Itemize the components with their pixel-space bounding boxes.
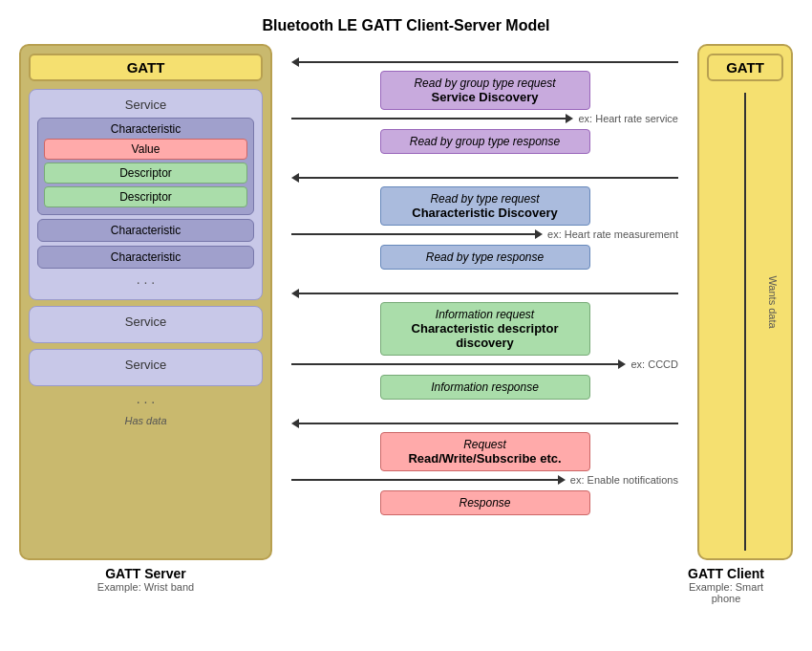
request-arrow-3 — [291, 285, 678, 302]
request-arrow-2 — [291, 169, 678, 186]
line-2r — [291, 233, 535, 235]
service-discovery-box: Read by group type request Service Disco… — [380, 71, 590, 110]
service-2-box: Service — [29, 306, 263, 343]
arrowhead-left-3 — [291, 289, 299, 298]
client-vertical-line — [744, 93, 746, 551]
arrowhead-left-4 — [291, 419, 299, 428]
arrowhead-right-2 — [535, 229, 543, 239]
gatt-client-box: GATT Wants data — [697, 44, 793, 560]
service-discovery-group: Read by group type request Service Disco… — [291, 54, 678, 154]
response-row-4: ex: Enable notifications — [291, 471, 678, 488]
example-4: ex: Enable notifications — [570, 474, 678, 486]
service-discovery-main: Service Discovery — [389, 90, 582, 104]
line-4r — [291, 479, 558, 481]
bottom-labels: GATT Server Example: Wrist band GATT Cli… — [0, 560, 812, 604]
arrowhead-left-2 — [291, 173, 299, 183]
descriptor-discovery-group: Information request Characteristic descr… — [291, 285, 678, 400]
line-3 — [299, 293, 678, 294]
service-discovery-response: Read by group type response — [389, 135, 582, 148]
characteristic-3-box: Characteristic — [37, 246, 254, 269]
service-discovery-request: Read by group type request — [389, 76, 582, 90]
page-title: Bluetooth LE GATT Client-Server Model — [0, 0, 812, 44]
descriptor-2-box: Descriptor — [44, 186, 247, 207]
client-bottom-label: GATT Client Example: Smart phone — [678, 566, 774, 604]
example-2: ex: Heart rate measurement — [547, 228, 678, 240]
main-layout: Bluetooth LE GATT Client-Server Model GA… — [0, 0, 812, 604]
request-arrow-1 — [291, 54, 678, 71]
value-box: Value — [44, 139, 247, 160]
line-3r — [291, 363, 618, 365]
sequence-wrapper: Read by group type request Service Disco… — [272, 54, 697, 531]
descriptor-discovery-request: Information request — [389, 308, 582, 321]
client-title: GATT Client — [678, 566, 774, 581]
response-arrow-4 — [291, 471, 566, 488]
arrowhead-right-1 — [566, 114, 573, 123]
descriptor-discovery-box: Information request Characteristic descr… — [380, 302, 590, 356]
server-sub: Example: Wrist band — [19, 581, 272, 593]
response-row-1: ex: Heart rate service — [291, 110, 678, 127]
read-write-response: Response — [389, 496, 582, 510]
service-3-box: Service — [29, 349, 263, 386]
has-data-label: Has data — [29, 415, 263, 426]
descriptor-discovery-response: Information response — [389, 380, 582, 394]
service-3-label: Service — [37, 358, 254, 372]
line-4 — [299, 423, 678, 424]
read-write-group: Request Read/Write/Subscribe etc. ex: En… — [291, 415, 678, 515]
service-discovery-response-box: Read by group type response — [380, 129, 590, 154]
read-write-main: Read/Write/Subscribe etc. — [389, 451, 582, 466]
characteristic-discovery-box: Read by type request Characteristic Disc… — [380, 186, 590, 226]
response-arrow-1 — [291, 110, 573, 127]
example-3: ex: CCCD — [630, 358, 678, 370]
client-sub: Example: Smart phone — [678, 581, 774, 604]
read-write-response-box: Response — [380, 490, 590, 515]
read-write-box: Request Read/Write/Subscribe etc. — [380, 432, 590, 471]
descriptor-discovery-main: Characteristic descriptordiscovery — [389, 321, 582, 350]
server-title: GATT Server — [19, 566, 272, 581]
characteristic-1-label: Characteristic — [111, 122, 181, 136]
line-1r — [291, 118, 566, 119]
diagram-area: GATT Service Characteristic Value Descri… — [0, 44, 812, 560]
server-bottom-label: GATT Server Example: Wrist band — [19, 566, 272, 604]
line-2 — [299, 177, 678, 179]
request-arrow-4 — [291, 415, 678, 432]
gatt-client-label: GATT — [707, 54, 783, 81]
response-row-2: ex: Heart rate measurement — [291, 226, 678, 243]
descriptor-1-box: Descriptor — [44, 163, 247, 184]
characteristic-discovery-group: Read by type request Characteristic Disc… — [291, 169, 678, 270]
gatt-server-label: GATT — [29, 54, 263, 81]
ellipsis-2: · · · — [29, 392, 263, 411]
arrowhead-left-1 — [291, 57, 299, 67]
characteristic-discovery-main: Characteristic Discovery — [389, 206, 582, 220]
response-row-3: ex: CCCD — [291, 356, 678, 373]
example-1: ex: Heart rate service — [578, 113, 678, 124]
read-write-request: Request — [389, 438, 582, 451]
line-1 — [299, 61, 678, 63]
service-1-label: Service — [37, 98, 254, 112]
arrowhead-right-4 — [558, 475, 566, 485]
arrowhead-right-3 — [618, 359, 626, 369]
characteristic-1-box: Characteristic Value Descriptor Descript… — [37, 118, 254, 215]
response-arrow-2 — [291, 226, 543, 243]
ellipsis-1: · · · — [37, 272, 254, 292]
service-1-box: Service Characteristic Value Descriptor … — [29, 89, 263, 300]
response-arrow-3 — [291, 356, 626, 373]
characteristic-discovery-response: Read by type response — [389, 250, 582, 264]
descriptor-discovery-response-box: Information response — [380, 375, 590, 400]
gatt-server-box: GATT Service Characteristic Value Descri… — [19, 44, 272, 560]
characteristic-discovery-response-box: Read by type response — [380, 245, 590, 270]
characteristic-discovery-request: Read by type request — [389, 192, 582, 206]
service-2-label: Service — [37, 315, 254, 329]
characteristic-2-box: Characteristic — [37, 219, 254, 242]
wants-data-label: Wants data — [766, 275, 778, 328]
